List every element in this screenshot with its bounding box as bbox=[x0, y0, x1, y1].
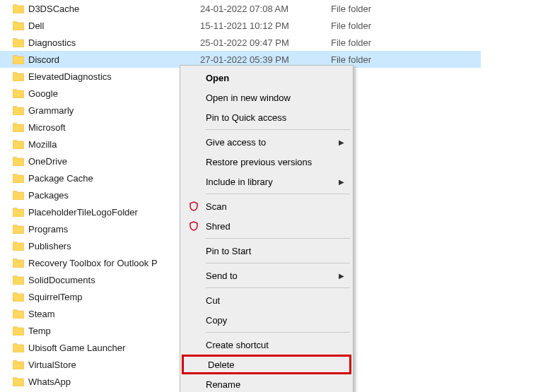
folder-icon bbox=[13, 38, 24, 47]
menu-pin-quick-access[interactable]: Pin to Quick access bbox=[182, 107, 351, 127]
file-name: Programs bbox=[28, 224, 68, 234]
menu-label: Open in new window bbox=[206, 93, 291, 103]
file-name: VirtualStore bbox=[28, 360, 76, 370]
folder-icon bbox=[13, 55, 24, 64]
menu-label: Send to bbox=[206, 271, 238, 281]
menu-label: Pin to Quick access bbox=[206, 112, 286, 123]
folder-icon bbox=[13, 21, 24, 30]
file-name: Recovery Toolbox for Outlook P bbox=[28, 258, 158, 268]
file-type: File folder bbox=[331, 54, 416, 65]
menu-label: Give access to bbox=[206, 137, 266, 148]
mcafee-shield-icon bbox=[189, 221, 199, 231]
menu-send-to[interactable]: Send to▶ bbox=[182, 266, 351, 285]
folder-icon bbox=[13, 242, 24, 251]
file-date: 15-11-2021 10:12 PM bbox=[200, 20, 331, 31]
folder-icon bbox=[13, 191, 24, 200]
file-name: Packages bbox=[28, 190, 69, 201]
menu-label: Include in library bbox=[206, 177, 273, 187]
menu-shred[interactable]: Shred bbox=[182, 216, 351, 236]
file-name: Publishers bbox=[28, 241, 71, 251]
folder-icon bbox=[13, 140, 24, 149]
menu-label: Open bbox=[206, 73, 229, 83]
menu-label: Scan bbox=[206, 201, 227, 212]
menu-separator bbox=[206, 238, 350, 239]
file-name: Package Cache bbox=[28, 173, 93, 184]
file-type: File folder bbox=[331, 4, 416, 14]
file-name: Diagnostics bbox=[28, 37, 76, 48]
folder-icon bbox=[13, 343, 24, 352]
menu-label: Shred bbox=[206, 221, 230, 232]
menu-scan[interactable]: Scan bbox=[182, 196, 351, 216]
menu-copy[interactable]: Copy bbox=[182, 310, 351, 330]
menu-pin-to-start[interactable]: Pin to Start bbox=[182, 241, 351, 261]
menu-separator bbox=[206, 287, 350, 288]
folder-icon bbox=[13, 326, 24, 335]
menu-rename[interactable]: Rename bbox=[182, 374, 351, 392]
folder-icon bbox=[13, 174, 24, 183]
menu-label: Cut bbox=[206, 295, 220, 306]
menu-give-access-to[interactable]: Give access to▶ bbox=[182, 132, 351, 152]
menu-label: Create shortcut bbox=[206, 340, 269, 350]
menu-open-new-window[interactable]: Open in new window bbox=[182, 88, 351, 107]
folder-icon bbox=[13, 106, 24, 115]
menu-label: Pin to Start bbox=[206, 246, 251, 256]
menu-create-shortcut[interactable]: Create shortcut bbox=[182, 335, 351, 355]
folder-icon bbox=[13, 292, 24, 302]
menu-label: Delete bbox=[208, 360, 235, 370]
menu-separator bbox=[206, 129, 350, 130]
context-menu: Open Open in new window Pin to Quick acc… bbox=[180, 65, 354, 392]
menu-separator bbox=[206, 194, 350, 194]
file-type: File folder bbox=[331, 20, 416, 31]
file-name: Steam bbox=[28, 309, 55, 319]
file-date: 24-01-2022 07:08 AM bbox=[200, 4, 331, 14]
folder-icon bbox=[13, 157, 24, 166]
file-name: Dell bbox=[28, 20, 44, 31]
mcafee-shield-icon bbox=[189, 201, 199, 211]
submenu-arrow-icon: ▶ bbox=[339, 138, 344, 146]
file-name: SolidDocuments bbox=[28, 275, 95, 285]
menu-open[interactable]: Open bbox=[182, 68, 351, 88]
menu-separator bbox=[206, 263, 350, 263]
submenu-arrow-icon: ▶ bbox=[339, 272, 344, 280]
file-row[interactable]: Dell15-11-2021 10:12 PMFile folder bbox=[0, 17, 481, 34]
file-date: 27-01-2022 05:39 PM bbox=[200, 54, 331, 65]
file-name: ElevatedDiagnostics bbox=[28, 71, 112, 82]
file-name: WhatsApp bbox=[28, 376, 71, 387]
menu-label: Rename bbox=[206, 379, 240, 390]
folder-icon bbox=[13, 4, 24, 13]
folder-icon bbox=[13, 275, 24, 285]
menu-delete[interactable]: Delete bbox=[182, 355, 351, 374]
folder-icon bbox=[13, 377, 24, 386]
folder-icon bbox=[13, 309, 24, 319]
file-name: PlaceholderTileLogoFolder bbox=[28, 207, 138, 218]
file-name: Google bbox=[28, 88, 58, 99]
file-name: Discord bbox=[28, 54, 59, 65]
file-name: Microsoft bbox=[28, 122, 66, 133]
file-name: D3DSCache bbox=[28, 4, 79, 14]
folder-icon bbox=[13, 208, 24, 217]
folder-icon bbox=[13, 225, 24, 234]
file-date: 25-01-2022 09:47 PM bbox=[200, 37, 331, 48]
folder-icon bbox=[13, 360, 24, 369]
file-name: Ubisoft Game Launcher bbox=[28, 343, 125, 353]
folder-icon bbox=[13, 72, 24, 81]
menu-label: Restore previous versions bbox=[206, 157, 312, 167]
file-name: Grammarly bbox=[28, 105, 74, 116]
folder-icon bbox=[13, 123, 24, 132]
menu-separator bbox=[206, 332, 350, 333]
file-name: OneDrive bbox=[28, 156, 67, 167]
file-type: File folder bbox=[331, 37, 416, 48]
menu-label: Copy bbox=[206, 315, 227, 326]
file-name: Mozilla bbox=[28, 139, 57, 150]
menu-include-in-library[interactable]: Include in library▶ bbox=[182, 172, 351, 191]
folder-icon bbox=[13, 259, 24, 268]
menu-restore-previous[interactable]: Restore previous versions bbox=[182, 152, 351, 172]
file-row[interactable]: D3DSCache24-01-2022 07:08 AMFile folder bbox=[0, 0, 481, 17]
submenu-arrow-icon: ▶ bbox=[339, 178, 344, 186]
menu-cut[interactable]: Cut bbox=[182, 290, 351, 310]
file-name: SquirrelTemp bbox=[28, 292, 83, 302]
file-name: Temp bbox=[28, 326, 51, 336]
file-row[interactable]: Diagnostics25-01-2022 09:47 PMFile folde… bbox=[0, 34, 481, 51]
folder-icon bbox=[13, 89, 24, 98]
